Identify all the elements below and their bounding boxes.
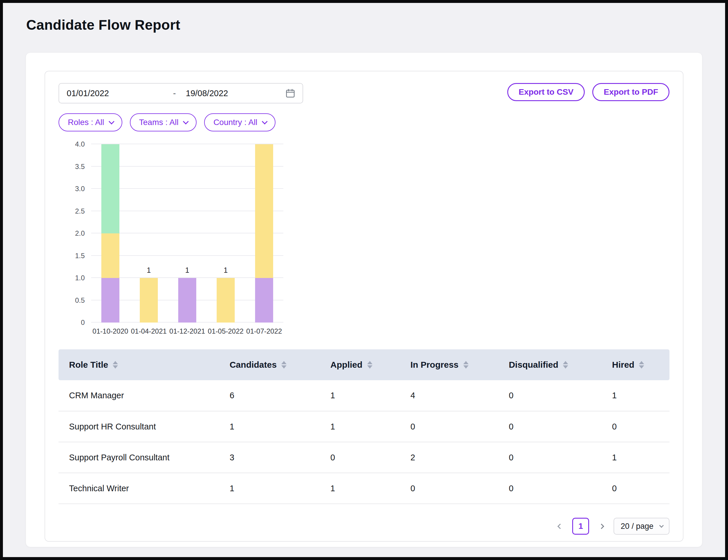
column-header-hired[interactable]: Hired (612, 349, 669, 380)
bar-segment-green[interactable] (101, 144, 119, 233)
sort-descending-icon (639, 365, 644, 369)
date-range-separator: - (167, 89, 182, 98)
column-header-label: Role Title (69, 360, 108, 370)
cell-value: 1 (331, 411, 410, 442)
calendar-icon[interactable] (285, 88, 296, 98)
candidate-flow-report-page: { "page": { "title": "Candidate Flow Rep… (0, 0, 728, 560)
cell-role-title: Support Payroll Consultant (59, 442, 230, 473)
pagination-prev-button[interactable] (555, 518, 565, 534)
cell-value: 4 (410, 380, 509, 411)
gridline (91, 211, 283, 211)
sort-ascending-icon (463, 361, 468, 364)
y-axis-tick-label: 1.5 (75, 252, 85, 260)
column-header-candidates[interactable]: Candidates (230, 349, 330, 380)
pagination-page-button[interactable]: 1 (572, 518, 589, 535)
page-title: Candidate Flow Report (26, 17, 180, 33)
bar-segment-yellow[interactable] (140, 278, 158, 323)
sort-icon (463, 361, 468, 369)
column-header-label: Candidates (230, 360, 277, 370)
gridline (91, 188, 283, 189)
sort-icon (563, 361, 568, 369)
candidate-flow-table: Role TitleCandidatesAppliedIn ProgressDi… (59, 349, 669, 504)
y-axis-tick-label: 1.0 (75, 274, 85, 282)
column-header-label: Hired (612, 360, 634, 370)
bar-segment-purple[interactable] (101, 278, 119, 323)
date-from-value[interactable]: 01/01/2022 (67, 89, 167, 98)
cell-role-title: CRM Manager (59, 380, 230, 411)
cell-value: 0 (509, 473, 612, 504)
filter-country[interactable]: Country : All (204, 113, 276, 131)
bar-segment-yellow[interactable] (255, 144, 273, 278)
cell-value: 1 (331, 473, 410, 504)
bar-value-label: 1 (178, 266, 196, 274)
y-axis-tick-label: 0.5 (75, 296, 85, 304)
y-axis-tick-label: 4.0 (75, 140, 85, 148)
page-size-select[interactable]: 20 / page (614, 518, 669, 535)
filter-label: Teams : All (139, 118, 179, 127)
cell-value: 0 (509, 380, 612, 411)
sort-icon (113, 361, 118, 369)
report-panel: 01/01/2022 - 19/08/2022 Export to CSV Ex… (45, 71, 683, 542)
filter-label: Roles : All (68, 118, 104, 127)
header-cell-content: Hired (612, 360, 644, 370)
pagination-next-button[interactable] (596, 518, 607, 534)
chevron-down-icon (659, 523, 664, 528)
x-axis-label: 01-07-2022 (245, 327, 283, 335)
cell-value: 1 (230, 473, 330, 504)
gridline (91, 255, 283, 256)
header-cell-content: In Progress (410, 360, 468, 370)
x-axis-label: 01-12-2021 (168, 327, 207, 335)
sort-icon (367, 361, 372, 369)
sort-descending-icon (367, 365, 372, 369)
sort-descending-icon (563, 365, 568, 369)
column-header-role-title[interactable]: Role Title (59, 349, 230, 380)
date-to-value[interactable]: 19/08/2022 (186, 89, 228, 98)
cell-value: 1 (612, 380, 669, 411)
cell-value: 1 (230, 411, 330, 442)
candidate-flow-chart: 00.51.01.52.02.53.03.54.0111 01-10-20200… (59, 144, 300, 337)
cell-value: 0 (331, 442, 410, 473)
date-range-picker[interactable]: 01/01/2022 - 19/08/2022 (59, 83, 303, 103)
export-pdf-button[interactable]: Export to PDF (592, 83, 669, 101)
cell-value: 6 (230, 380, 330, 411)
cell-value: 0 (410, 473, 509, 504)
filter-teams[interactable]: Teams : All (130, 113, 197, 131)
gridline (91, 166, 283, 167)
x-axis-label: 01-05-2022 (207, 327, 245, 335)
header-cell-content: Disqualified (509, 360, 568, 370)
column-header-applied[interactable]: Applied (331, 349, 410, 380)
bar-segment-purple[interactable] (255, 278, 273, 323)
sort-ascending-icon (563, 361, 568, 364)
sort-icon (639, 361, 644, 369)
table-row: Technical Writer11000 (59, 473, 669, 504)
header-cell-content: Role Title (69, 360, 118, 370)
filter-roles[interactable]: Roles : All (59, 113, 122, 131)
bar-segment-yellow[interactable] (217, 278, 235, 323)
pagination: 1 20 / page (59, 510, 669, 535)
x-axis-label: 01-04-2021 (130, 327, 168, 335)
cell-value: 0 (410, 411, 509, 442)
column-header-label: Applied (331, 360, 363, 370)
export-buttons: Export to CSV Export to PDF (507, 83, 669, 101)
table-row: Support Payroll Consultant30201 (59, 442, 669, 473)
export-csv-button[interactable]: Export to CSV (507, 83, 585, 101)
bar-segment-yellow[interactable] (101, 233, 119, 278)
bar-value-label: 1 (140, 266, 158, 274)
column-header-disqualified[interactable]: Disqualified (509, 349, 612, 380)
cell-value: 0 (509, 442, 612, 473)
header-cell-content: Candidates (230, 360, 287, 370)
bar-segment-purple[interactable] (178, 278, 196, 323)
table-header-row: Role TitleCandidatesAppliedIn ProgressDi… (59, 349, 669, 380)
sort-ascending-icon (639, 361, 644, 364)
cell-value: 3 (230, 442, 330, 473)
cell-value: 0 (509, 411, 612, 442)
cell-value: 0 (612, 473, 669, 504)
gridline (91, 233, 283, 233)
cell-value: 1 (331, 380, 410, 411)
column-header-in-progress[interactable]: In Progress (410, 349, 509, 380)
column-header-label: In Progress (410, 360, 458, 370)
chevron-right-icon (599, 524, 604, 529)
table-row: CRM Manager61401 (59, 380, 669, 411)
x-axis-label: 01-10-2020 (91, 327, 130, 335)
cell-value: 1 (612, 442, 669, 473)
